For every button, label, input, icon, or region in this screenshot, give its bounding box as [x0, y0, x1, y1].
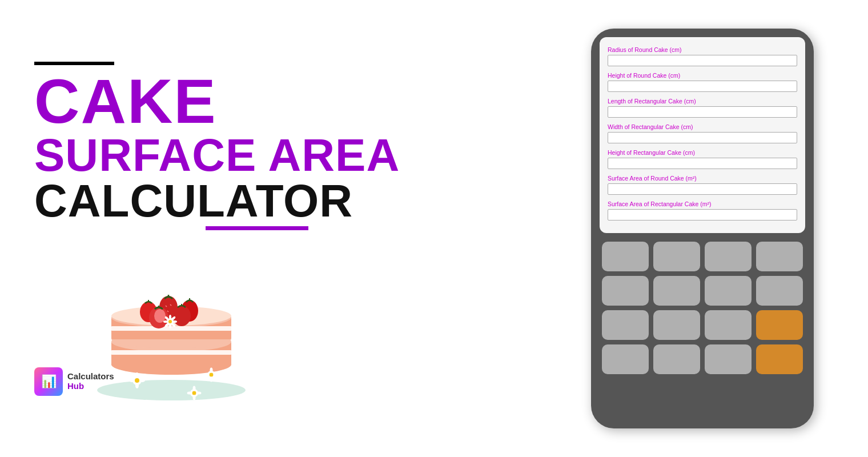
svg-point-17 — [210, 372, 214, 376]
svg-rect-4 — [111, 350, 231, 355]
field-length-rect: Length of Rectangular Cake (cm) — [608, 98, 797, 118]
svg-point-45 — [169, 324, 171, 328]
top-bar-decoration — [34, 62, 114, 65]
calc-btn-1-3[interactable] — [705, 242, 752, 271]
logo-brand-line2: Hub — [67, 382, 114, 391]
calculator-device: Radius of Round Cake (cm)Height of Round… — [591, 29, 814, 428]
svg-point-15 — [139, 379, 145, 382]
svg-point-18 — [210, 367, 213, 372]
logo-brand-line1: Calculators — [67, 372, 114, 382]
calc-btn-1-4[interactable] — [756, 242, 803, 271]
label-width-rect: Width of Rectangular Cake (cm) — [608, 123, 797, 130]
svg-point-40 — [172, 306, 191, 326]
field-surface-rect: Surface Area of Rectangular Cake (m²) — [608, 201, 797, 221]
calc-btn-2-1[interactable] — [602, 276, 649, 306]
calc-btn-4-4[interactable] — [756, 344, 803, 374]
calc-btn-1-2[interactable] — [653, 242, 700, 271]
bottom-bar-decoration — [206, 226, 308, 230]
svg-point-14 — [129, 379, 135, 382]
label-surface-round: Surface Area of Round Cake (m²) — [608, 175, 797, 182]
svg-point-38 — [154, 309, 166, 323]
svg-point-27 — [196, 391, 202, 394]
label-radius-round: Radius of Round Cake (cm) — [608, 46, 797, 53]
calc-btn-3-4[interactable] — [756, 310, 803, 340]
logo-area: 📊 Calculators Hub — [34, 367, 114, 396]
label-surface-rect: Surface Area of Rectangular Cake (m²) — [608, 201, 797, 207]
svg-point-24 — [193, 386, 196, 391]
svg-point-13 — [135, 383, 139, 388]
left-section: CAKE SURFACE AREA CALCULATOR — [34, 50, 582, 407]
logo-icon: 📊 — [34, 367, 63, 396]
svg-point-12 — [135, 372, 139, 378]
svg-point-43 — [168, 320, 172, 323]
calculator-buttons — [600, 242, 805, 374]
svg-point-26 — [187, 391, 192, 394]
svg-point-19 — [210, 376, 213, 382]
logo-text: Calculators Hub — [67, 372, 114, 391]
calc-btn-2-3[interactable] — [705, 276, 752, 306]
calc-btn-3-3[interactable] — [705, 310, 752, 340]
field-height-round: Height of Round Cake (cm) — [608, 72, 797, 92]
label-height-rect: Height of Rectangular Cake (cm) — [608, 149, 797, 156]
svg-point-25 — [193, 395, 196, 400]
title-calculator: CALCULATOR — [34, 178, 400, 224]
svg-point-21 — [214, 373, 219, 376]
input-width-rect[interactable] — [608, 132, 797, 143]
calc-btn-4-2[interactable] — [653, 344, 700, 374]
right-section: Radius of Round Cake (cm)Height of Round… — [582, 29, 822, 428]
input-surface-rect[interactable] — [608, 209, 797, 221]
svg-point-46 — [163, 320, 168, 323]
input-radius-round[interactable] — [608, 55, 797, 66]
svg-rect-8 — [111, 326, 231, 331]
field-surface-round: Surface Area of Round Cake (m²) — [608, 175, 797, 195]
input-surface-round[interactable] — [608, 183, 797, 195]
calculator-screen: Radius of Round Cake (cm)Height of Round… — [600, 37, 805, 233]
svg-point-47 — [172, 320, 177, 323]
calc-btn-2-4[interactable] — [756, 276, 803, 306]
svg-point-20 — [204, 373, 210, 376]
calc-btn-1-1[interactable] — [602, 242, 649, 271]
calc-btn-2-2[interactable] — [653, 276, 700, 306]
svg-point-0 — [97, 380, 246, 400]
field-height-rect: Height of Rectangular Cake (cm) — [608, 149, 797, 169]
input-height-round[interactable] — [608, 81, 797, 92]
field-radius-round: Radius of Round Cake (cm) — [608, 46, 797, 66]
input-height-rect[interactable] — [608, 158, 797, 169]
calc-btn-3-2[interactable] — [653, 310, 700, 340]
calc-btn-4-1[interactable] — [602, 344, 649, 374]
calc-btn-3-1[interactable] — [602, 310, 649, 340]
svg-point-23 — [192, 391, 196, 395]
svg-point-11 — [135, 378, 139, 383]
title-block: CAKE SURFACE AREA CALCULATOR — [34, 62, 400, 230]
title-surface-area: SURFACE AREA — [34, 133, 400, 178]
calc-btn-4-3[interactable] — [705, 344, 752, 374]
title-cake: CAKE — [34, 70, 400, 133]
label-length-rect: Length of Rectangular Cake (cm) — [608, 98, 797, 105]
field-width-rect: Width of Rectangular Cake (cm) — [608, 123, 797, 143]
input-length-rect[interactable] — [608, 106, 797, 118]
svg-point-44 — [169, 315, 171, 319]
label-height-round: Height of Round Cake (cm) — [608, 72, 797, 79]
